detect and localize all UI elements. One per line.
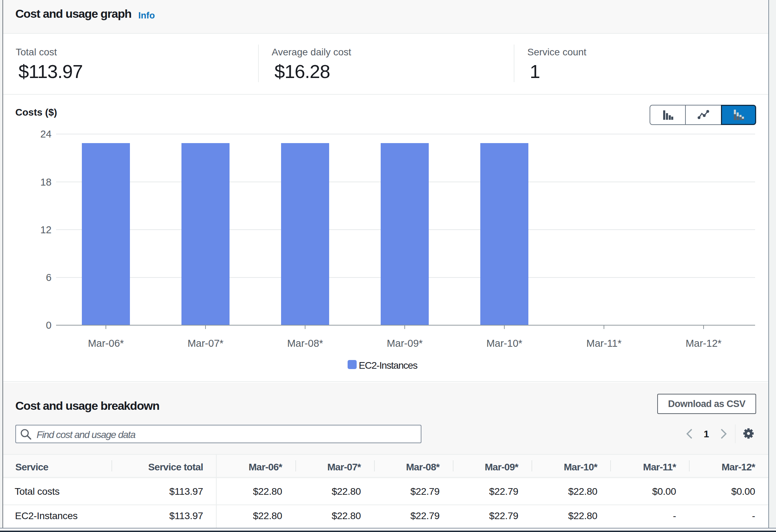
svg-text:24: 24 — [40, 128, 52, 140]
svg-text:Mar-09*: Mar-09* — [387, 338, 422, 349]
svg-text:6: 6 — [46, 272, 52, 283]
svg-text:Mar-06*: Mar-06* — [88, 338, 124, 349]
svg-text:Mar-08*: Mar-08* — [287, 338, 323, 349]
svg-text:Mar-10*: Mar-10* — [486, 338, 522, 349]
svg-text:0: 0 — [46, 320, 52, 331]
svg-text:18: 18 — [40, 177, 52, 188]
svg-text:Mar-12*: Mar-12* — [685, 338, 721, 349]
svg-text:12: 12 — [40, 224, 52, 235]
svg-text:Mar-07*: Mar-07* — [187, 338, 223, 349]
svg-text:Mar-11*: Mar-11* — [587, 338, 622, 349]
